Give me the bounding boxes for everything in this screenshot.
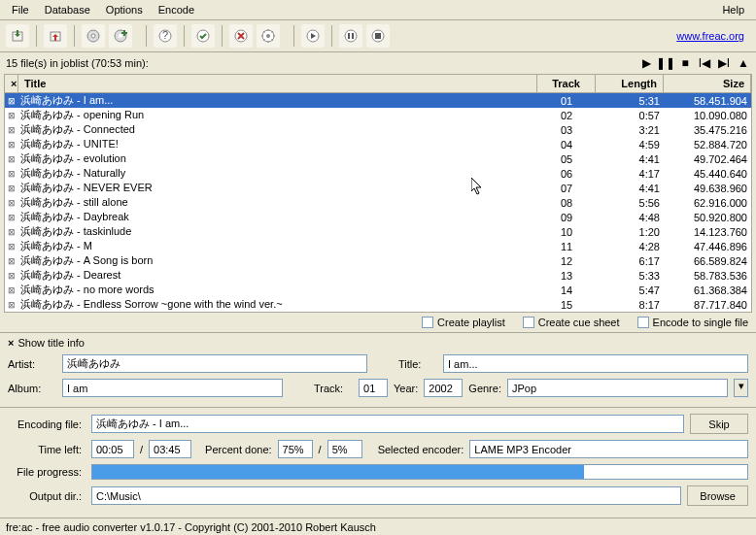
row-close-icon[interactable]: ⊠ <box>5 227 18 237</box>
row-length: 0:57 <box>596 110 664 121</box>
col-title[interactable]: Title <box>18 75 537 92</box>
col-length[interactable]: Length <box>596 75 664 92</box>
row-close-icon[interactable]: ⊠ <box>5 242 18 251</box>
play-small-icon[interactable]: ▶ <box>639 56 653 70</box>
output-input[interactable] <box>91 486 681 505</box>
table-row[interactable]: ⊠浜崎あゆみ - I am...015:3158.451.904 <box>5 93 751 108</box>
encoder-input <box>469 440 748 458</box>
row-length: 4:48 <box>596 212 664 223</box>
row-length: 6:17 <box>596 255 664 267</box>
row-close-icon[interactable]: ⊠ <box>5 169 18 179</box>
menubar: File Database Options Encode Help <box>0 0 756 20</box>
settings-icon[interactable] <box>257 24 280 48</box>
close-titleinfo-icon[interactable]: × <box>8 337 14 349</box>
row-size: 50.920.800 <box>664 212 751 223</box>
row-close-icon[interactable]: ⊠ <box>5 96 18 106</box>
table-row[interactable]: ⊠浜崎あゆみ - UNITE!044:5952.884.720 <box>5 137 751 151</box>
year-input[interactable] <box>424 379 463 397</box>
website-link[interactable]: www.freac.org <box>676 30 750 42</box>
col-track[interactable]: Track <box>537 75 596 92</box>
table-body: ⊠浜崎あゆみ - I am...015:3158.451.904⊠浜崎あゆみ -… <box>5 93 751 313</box>
table-row[interactable]: ⊠浜崎あゆみ - Dearest135:3358.783.536 <box>5 268 751 283</box>
col-size[interactable]: Size <box>664 75 751 92</box>
row-close-icon[interactable]: ⊠ <box>5 285 18 295</box>
row-close-icon[interactable]: ⊠ <box>5 213 18 222</box>
row-length: 4:41 <box>596 153 664 165</box>
row-close-icon[interactable]: ⊠ <box>5 111 18 120</box>
table-row[interactable]: ⊠浜崎あゆみ - NEVER EVER074:4149.638.960 <box>5 181 751 195</box>
pause-icon[interactable] <box>339 24 362 48</box>
row-size: 87.717.840 <box>664 299 751 311</box>
menu-help[interactable]: Help <box>714 2 752 17</box>
row-close-icon[interactable]: ⊠ <box>5 300 18 310</box>
row-title: 浜崎あゆみ - UNITE! <box>18 137 537 151</box>
svg-point-11 <box>266 34 270 38</box>
table-row[interactable]: ⊠浜崎あゆみ - taskinlude101:2014.123.760 <box>5 224 751 239</box>
menu-database[interactable]: Database <box>37 2 98 17</box>
table-row[interactable]: ⊠浜崎あゆみ - no more words145:4761.368.384 <box>5 283 751 297</box>
title-input[interactable] <box>443 354 748 373</box>
menu-encode[interactable]: Encode <box>151 2 202 17</box>
track-input[interactable] <box>359 379 388 397</box>
row-track: 12 <box>537 255 596 267</box>
genre-input[interactable] <box>507 379 728 397</box>
skip-button[interactable]: Skip <box>690 414 748 434</box>
menu-options[interactable]: Options <box>98 2 151 17</box>
cddb-submit-icon[interactable] <box>191 24 215 48</box>
table-row[interactable]: ⊠浜崎あゆみ - M114:2847.446.896 <box>5 239 751 253</box>
create-playlist-checkbox[interactable]: Create playlist <box>422 317 505 328</box>
stop-icon[interactable] <box>366 24 390 48</box>
row-close-icon[interactable]: ⊠ <box>5 256 18 266</box>
table-row[interactable]: ⊠浜崎あゆみ - Connected033:2135.475.216 <box>5 122 751 137</box>
row-close-icon[interactable]: ⊠ <box>5 154 18 164</box>
svg-point-5 <box>119 34 122 38</box>
table-row[interactable]: ⊠浜崎あゆみ - evolution054:4149.702.464 <box>5 151 751 166</box>
stop-small-icon[interactable]: ■ <box>678 56 692 70</box>
row-title: 浜崎あゆみ - still alone <box>18 195 537 210</box>
create-cuesheet-checkbox[interactable]: Create cue sheet <box>523 317 620 328</box>
row-size: 47.446.896 <box>664 241 751 252</box>
slash-2: / <box>319 444 322 455</box>
genre-label: Genre: <box>468 383 501 394</box>
row-close-icon[interactable]: ⊠ <box>5 184 18 193</box>
cd-add-icon[interactable] <box>109 24 132 48</box>
row-close-icon[interactable]: ⊠ <box>5 271 18 281</box>
joblist-status: 15 file(s) in joblist (70:53 min): <box>6 57 634 69</box>
cd-icon[interactable] <box>82 24 105 48</box>
table-header: × Title Track Length Size <box>5 75 751 93</box>
row-title: 浜崎あゆみ - Dearest <box>18 268 537 283</box>
remove-file-icon[interactable] <box>44 24 67 48</box>
row-close-icon[interactable]: ⊠ <box>5 198 18 208</box>
menu-file[interactable]: File <box>4 2 37 17</box>
remove-all-icon[interactable] <box>229 24 253 48</box>
row-track: 07 <box>537 183 596 194</box>
add-files-icon[interactable] <box>6 24 29 48</box>
timeleft-label: Time left: <box>8 444 86 455</box>
row-close-icon[interactable]: ⊠ <box>5 125 18 135</box>
table-row[interactable]: ⊠浜崎あゆみ - Endless Sorrow ~gone with the w… <box>5 297 751 312</box>
table-row[interactable]: ⊠浜崎あゆみ - A Song is born126:1766.589.824 <box>5 253 751 268</box>
row-track: 15 <box>537 299 596 311</box>
encode-singlefile-checkbox[interactable]: Encode to single file <box>637 317 748 328</box>
table-row[interactable]: ⊠浜崎あゆみ - opening Run020:5710.090.080 <box>5 108 751 122</box>
artist-input[interactable] <box>62 354 367 373</box>
table-row[interactable]: ⊠浜崎あゆみ - still alone085:5662.916.000 <box>5 195 751 210</box>
eject-small-icon[interactable]: ▲ <box>737 56 750 70</box>
browse-button[interactable]: Browse <box>687 485 748 506</box>
percent1-input <box>278 440 313 458</box>
album-input[interactable] <box>62 379 283 397</box>
table-row[interactable]: ⊠浜崎あゆみ - Daybreak094:4850.920.800 <box>5 210 751 224</box>
row-track: 11 <box>537 241 596 252</box>
cddb-query-icon[interactable]: ? <box>154 24 177 48</box>
title-info-label: Show title info <box>17 337 84 349</box>
row-length: 5:31 <box>596 95 664 107</box>
next-small-icon[interactable]: ▶I <box>717 56 731 70</box>
row-size: 49.638.960 <box>664 183 751 194</box>
col-close[interactable]: × <box>5 75 18 92</box>
prev-small-icon[interactable]: I◀ <box>698 56 711 70</box>
table-row[interactable]: ⊠浜崎あゆみ - Naturally064:1745.440.640 <box>5 166 751 181</box>
pause-small-icon[interactable]: ❚❚ <box>659 56 672 70</box>
dropdown-icon[interactable]: ▾ <box>734 379 748 397</box>
row-close-icon[interactable]: ⊠ <box>5 140 18 150</box>
play-icon[interactable] <box>301 24 325 48</box>
